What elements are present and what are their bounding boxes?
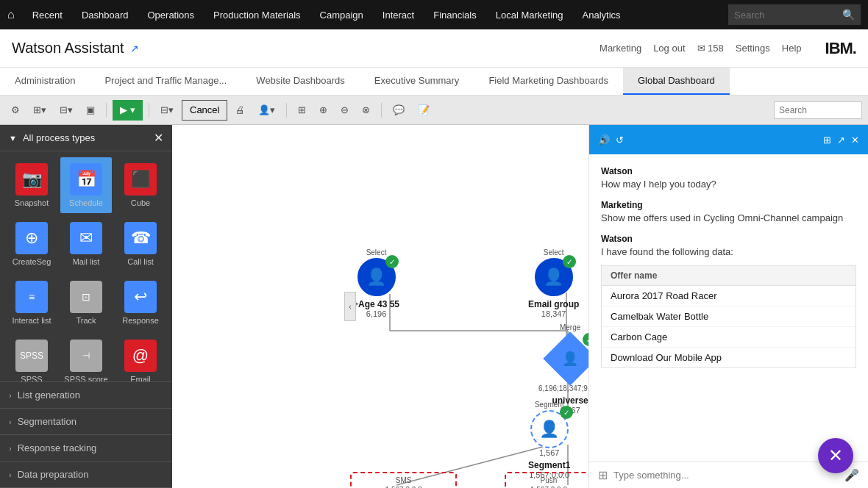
collapse-arrow[interactable]: ‹ (344, 292, 356, 321)
tab-field-marketing[interactable]: Field Marketing Dashboards (474, 68, 623, 95)
messages-badge[interactable]: ✉ 158 (697, 43, 724, 54)
tab-website-dashboards[interactable]: Website Dashboards (241, 68, 359, 95)
process-maillist[interactable]: ✉ Mail list (60, 216, 112, 272)
text-watson-1: How may I help you today? (601, 178, 856, 191)
offers-table-header: Offer name (602, 266, 855, 286)
node-email-group[interactable]: Select 👤 ✓ Email group 18,347 (528, 248, 579, 318)
process-track[interactable]: ⊡ Track (60, 275, 112, 331)
seg-check: ✓ (560, 406, 573, 419)
nav-item-recent[interactable]: Recent (25, 0, 70, 29)
section-data-preparation[interactable]: › Data preparation (0, 462, 172, 488)
process-calllist[interactable]: ☎ Call list (115, 216, 166, 272)
search-icon[interactable]: 🔍 (842, 9, 855, 21)
offer-row-0[interactable]: Aurora 2017 Road Racer (602, 286, 855, 306)
zoom-out-button[interactable]: ⊖ (335, 100, 354, 121)
message-watson-2: Watson I have found the following data: … (601, 234, 856, 367)
process-snapshot[interactable]: 📷 Snapshot (6, 157, 57, 213)
note-button[interactable]: 📝 (413, 100, 435, 121)
app-title-text: Watson Assistant (12, 40, 124, 57)
nav-item-operations[interactable]: Operations (140, 0, 202, 29)
zoom-fit-button[interactable]: ⊗ (357, 100, 375, 121)
flow-canvas[interactable]: Select 👤 ✓ +Age 43 55 6,196 Select 👤 ✓ E… (172, 125, 588, 488)
node-email-title: Email group (528, 299, 579, 309)
node-age-title: +Age 43 55 (353, 299, 399, 309)
comment-button[interactable]: 💬 (388, 100, 410, 121)
watson-sound-icon[interactable]: 🔊 (598, 134, 610, 146)
tab-executive-summary[interactable]: Executive Summary (360, 68, 474, 95)
watson-grid-icon[interactable]: ⊞ (823, 134, 831, 146)
nav-item-production[interactable]: Production Materials (206, 0, 308, 29)
nav-item-interact[interactable]: Interact (375, 0, 421, 29)
cancel-button[interactable]: Cancel (182, 100, 227, 121)
main-content: ▼ All process types ✕ 📷 Snapshot 📅 Sched… (0, 125, 868, 488)
tab-administration[interactable]: Administration (0, 68, 90, 95)
print-button[interactable]: 🖨 (230, 100, 250, 121)
section-segmentation[interactable]: › Segmentation (0, 409, 172, 435)
section-list-generation[interactable]: › List generation (0, 382, 172, 409)
settings-link[interactable]: Settings (736, 43, 770, 54)
spssscore-icon: ⊣ (70, 340, 102, 372)
flow-button[interactable]: ⊞ (293, 100, 311, 121)
node-segment1[interactable]: Segment 👤 ✓ 1,567 Segment1 1,567;0;0;0 (528, 401, 570, 479)
subheader-actions: Marketing Log out ✉ 158 Settings Help IB… (600, 39, 856, 58)
search-box[interactable]: 🔍 (728, 4, 861, 25)
list-button[interactable]: ⊟▾ (54, 100, 78, 121)
tab-project-traffic[interactable]: Project and Traffic Manage... (90, 68, 241, 95)
process-spssscore[interactable]: ⊣ SPSS score (60, 334, 112, 381)
nav-item-financials[interactable]: Financials (426, 0, 484, 29)
process-response[interactable]: ↩ Response (115, 275, 166, 331)
settings-button[interactable]: ⚙ (6, 100, 25, 121)
play-button[interactable]: ▶ ▾ (113, 100, 143, 121)
watson-refresh-icon[interactable]: ↺ (616, 134, 624, 146)
zoom-in-button[interactable]: ⊕ (314, 100, 332, 121)
offer-row-1[interactable]: Camelbak Water Bottle (602, 306, 855, 327)
external-link-icon[interactable]: ↗ (130, 43, 139, 54)
node-sms[interactable]: SMS 1,567;0;0;0 💬 SMS CODE 334 (355, 476, 452, 488)
process-schedule[interactable]: 📅 Schedule (60, 157, 112, 213)
search-input[interactable] (734, 10, 842, 21)
watson-close-icon[interactable]: ✕ (851, 134, 859, 146)
nav-item-local-marketing[interactable]: Local Marketing (488, 0, 571, 29)
merge-diamond: 👤 (543, 331, 588, 386)
interactlist-icon: ≡ (15, 281, 48, 313)
fab-button[interactable]: ✕ (818, 438, 853, 473)
nav-item-analytics[interactable]: Analytics (575, 0, 628, 29)
resp-chevron: › (9, 444, 12, 453)
search-toolbar-input[interactable] (774, 101, 862, 119)
tab-global-dashboard[interactable]: Global Dashboard (623, 68, 730, 95)
chart-button[interactable]: ▣ (81, 100, 100, 121)
node-push[interactable]: Push 1,567;0;0;0 📱 Mobile Push (509, 476, 588, 488)
watson-expand-icon[interactable]: ↗ (837, 134, 845, 146)
process-spssmodel[interactable]: SPSS SPSS model (6, 334, 57, 381)
marketing-link[interactable]: Marketing (600, 43, 641, 54)
divider-3 (286, 103, 287, 118)
node-age[interactable]: Select 👤 ✓ +Age 43 55 6,196 (353, 248, 399, 318)
logout-button[interactable]: Log out (653, 43, 685, 54)
close-icon[interactable]: ✕ (154, 131, 163, 145)
track-label: Track (76, 316, 96, 325)
offer-row-3[interactable]: Download Our Mobile App (602, 348, 855, 367)
offer-row-2[interactable]: Carbon Cage (602, 327, 855, 348)
help-link[interactable]: Help (782, 43, 802, 54)
process-cube[interactable]: ⬛ Cube (115, 157, 166, 213)
sender-marketing: Marketing (601, 200, 856, 210)
grid-button[interactable]: ⊞▾ (28, 100, 51, 121)
response-label: Response (122, 316, 159, 325)
nav-item-dashboard[interactable]: Dashboard (74, 0, 136, 29)
all-process-types-header[interactable]: ▼ All process types ✕ (0, 125, 172, 151)
nav-item-campaign[interactable]: Campaign (313, 0, 371, 29)
process-interactlist[interactable]: ≡ Interact list (6, 275, 57, 331)
home-icon[interactable]: ⌂ (7, 8, 15, 21)
watson-mic-icon[interactable]: 🎤 (844, 468, 859, 482)
watson-messages: Watson How may I help you today? Marketi… (589, 154, 868, 462)
watson-input-field[interactable] (613, 470, 839, 481)
process-email[interactable]: @ Email (115, 334, 166, 381)
process-createseg[interactable]: ⊕ CreateSeg (6, 216, 57, 272)
section-response-tracking[interactable]: › Response tracking (0, 435, 172, 462)
snapshot-icon: 📷 (15, 163, 48, 195)
person-button[interactable]: 👤▾ (253, 100, 280, 121)
spssmodel-icon: SPSS (15, 340, 48, 372)
checkbox-button[interactable]: ⊟▾ (155, 100, 179, 121)
watson-input-grid-icon[interactable]: ⊞ (598, 468, 608, 482)
calllist-icon: ☎ (124, 222, 157, 254)
